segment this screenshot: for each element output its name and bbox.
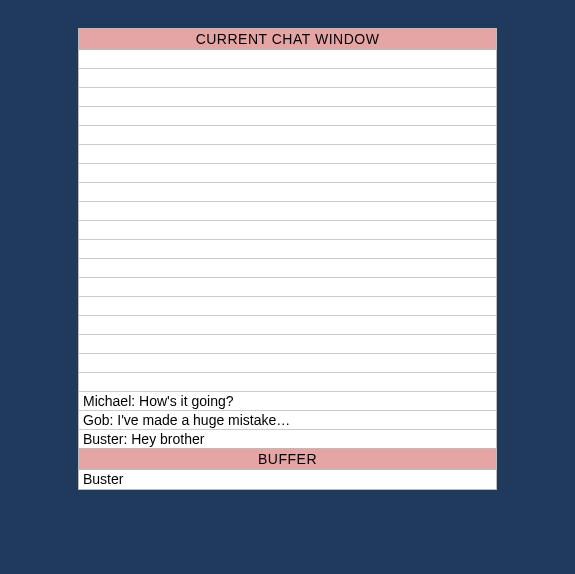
chat-row[interactable]	[79, 335, 496, 354]
chat-row[interactable]	[79, 297, 496, 316]
chat-row[interactable]	[79, 164, 496, 183]
chat-row[interactable]	[79, 316, 496, 335]
chat-row[interactable]	[79, 88, 496, 107]
chat-row[interactable]	[79, 50, 496, 69]
buffer-header: BUFFER	[78, 449, 497, 470]
chat-row[interactable]: Buster: Hey brother	[79, 430, 496, 449]
chat-row[interactable]	[79, 278, 496, 297]
chat-row[interactable]	[79, 354, 496, 373]
chat-window-container: CURRENT CHAT WINDOW Michael: How's it go…	[78, 28, 497, 490]
chat-row[interactable]	[79, 240, 496, 259]
chat-row[interactable]: Michael: How's it going?	[79, 392, 496, 411]
chat-row[interactable]: Gob: I've made a huge mistake…	[79, 411, 496, 430]
chat-row[interactable]	[79, 126, 496, 145]
chat-header: CURRENT CHAT WINDOW	[78, 28, 497, 50]
chat-row[interactable]	[79, 221, 496, 240]
buffer-area: Buster	[78, 470, 497, 490]
chat-row[interactable]	[79, 202, 496, 221]
chat-area: Michael: How's it going? Gob: I've made …	[78, 50, 497, 449]
chat-row[interactable]	[79, 259, 496, 278]
chat-row[interactable]	[79, 145, 496, 164]
chat-row[interactable]	[79, 107, 496, 126]
chat-row[interactable]	[79, 183, 496, 202]
buffer-row[interactable]: Buster	[79, 470, 496, 489]
chat-row[interactable]	[79, 69, 496, 88]
chat-row[interactable]	[79, 373, 496, 392]
